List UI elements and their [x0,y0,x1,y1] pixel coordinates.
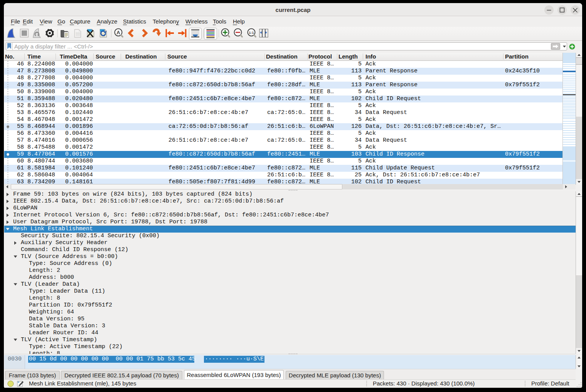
svg-text:0101: 0101 [76,35,81,37]
svg-text:1:1: 1:1 [249,31,254,35]
svg-text:A: A [116,30,120,35]
